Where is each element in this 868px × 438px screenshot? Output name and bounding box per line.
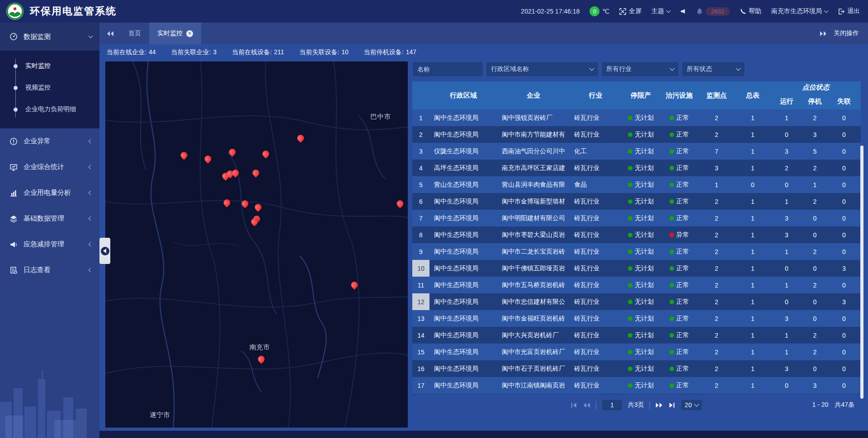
brand: 环保用电监管系统 <box>6 3 117 20</box>
region-filter-select[interactable]: 行政区域名称 <box>486 61 599 77</box>
table-row[interactable]: 17 阆中生态环境局 阆中市江南镇阆南页岩 砖瓦行业 无计划 正常 2 1 <box>412 377 861 394</box>
layers-icon <box>9 215 18 223</box>
table-body: 1 阆中生态环境局 阆中强锐页岩砖厂 砖瓦行业 无计划 正常 2 1 <box>412 109 861 394</box>
table-row[interactable]: 1 阆中生态环境局 阆中强锐页岩砖厂 砖瓦行业 无计划 正常 2 1 <box>412 109 861 126</box>
industry-filter-select[interactable]: 所有行业 <box>601 61 679 77</box>
cell-lost: 0 <box>827 126 861 143</box>
cell-lost: 0 <box>827 226 861 243</box>
stats-board-icon <box>9 163 18 171</box>
cell-facility: 正常 <box>660 260 698 277</box>
table-scrollbar[interactable] <box>860 146 863 399</box>
tab-realtime-monitoring[interactable]: 实时监控 <box>149 23 201 44</box>
sidebar-item-enterprise-abnormal[interactable]: 企业异常 <box>0 128 99 154</box>
close-operations-button[interactable]: 关闭操作 <box>834 29 859 38</box>
name-filter-field[interactable] <box>412 61 483 77</box>
cell-facility: 正常 <box>660 360 698 377</box>
phone-icon <box>740 8 746 14</box>
user-menu[interactable]: 南充市生态环境局 <box>771 7 828 15</box>
cell-facility: 正常 <box>660 143 698 160</box>
total-pages-label: 共3页 <box>628 401 644 409</box>
cell-company: 阆中市忠信建材有限公 <box>497 293 570 310</box>
cell-region: 营山生态环境局 <box>429 176 497 193</box>
name-filter-input[interactable] <box>417 66 478 73</box>
mute-button[interactable] <box>680 8 686 14</box>
table-row[interactable]: 8 阆中生态环境局 阆中市枣碧大梁山页岩 砖瓦行业 无计划 异常 2 1 <box>412 226 861 243</box>
status-dot <box>628 132 632 137</box>
status-dot <box>670 383 674 388</box>
top-header: 环保用电监管系统 2021-02-25 17:46:18 0 ℃ 全屏 主题 <box>0 0 868 23</box>
first-page-button[interactable] <box>571 402 577 408</box>
table-row[interactable]: 5 营山生态环境局 营山县润丰肉食品有限 食品 无计划 正常 1 0 <box>412 176 861 193</box>
cell-industry: 化工 <box>570 143 622 160</box>
table-row[interactable]: 6 阆中生态环境局 阆中市金博瑞新型墙材 砖瓦行业 无计划 正常 2 1 <box>412 193 861 210</box>
page-size-select[interactable]: 20 <box>681 399 703 411</box>
status-dot <box>670 266 674 271</box>
cell-meter: 1 <box>735 277 771 293</box>
last-page-button[interactable] <box>669 402 675 408</box>
table-row[interactable]: 18 南部生态环境局 南部县双化土陶有限公 建材加工 无计划 正常 6 0 <box>412 394 861 394</box>
notifications-button[interactable]: 2632 <box>696 7 730 16</box>
cell-facility: 正常 <box>660 394 698 394</box>
tab-home[interactable]: 首页 <box>120 23 149 44</box>
status-dot <box>670 183 674 187</box>
table-row[interactable]: 16 阆中生态环境局 阆中市石子页岩机砖厂 砖瓦行业 无计划 正常 2 1 <box>412 360 861 377</box>
close-tab-icon[interactable] <box>186 30 193 37</box>
table-row[interactable]: 2 阆中生态环境局 阆中市南方节能建材有 砖瓦行业 无计划 正常 2 1 <box>412 126 861 143</box>
cell-company: 阆中市江南镇阆南页岩 <box>497 377 570 394</box>
cell-company: 阆中市光富页岩机砖厂 <box>497 344 570 360</box>
cell-limit: 无计划 <box>622 260 660 277</box>
sidebar-item-base-data-management[interactable]: 基础数据管理 <box>0 206 99 231</box>
col-meter: 总表 <box>735 81 771 109</box>
cell-region: 阆中生态环境局 <box>429 193 497 210</box>
row-index: 15 <box>412 344 429 360</box>
cell-limit: 无计划 <box>622 226 660 243</box>
page-number-input[interactable]: 1 <box>602 399 623 411</box>
help-button[interactable]: 帮助 <box>740 7 761 15</box>
sidebar-item-emergency-reduction[interactable]: 应急减排管理 <box>0 231 99 257</box>
temperature-unit: ℃ <box>602 8 609 15</box>
table-row[interactable]: 7 阆中生态环境局 阆中明阳建材有限公司 砖瓦行业 无计划 正常 2 1 <box>412 210 861 226</box>
map-panel[interactable]: 巴中市 南充市 遂宁市 <box>105 61 408 428</box>
table-row[interactable]: 11 阆中生态环境局 阆中市五马桥页岩机砖 砖瓦行业 无计划 正常 2 1 <box>412 277 861 293</box>
chevron-left-icon <box>89 139 93 144</box>
next-page-button[interactable] <box>656 402 663 408</box>
table-row[interactable]: 4 高坪生态环境局 南充市高坪区王家店建 砖瓦行业 无计划 正常 3 1 <box>412 160 861 176</box>
col-industry: 行业 <box>570 81 622 109</box>
table-row[interactable]: 15 阆中生态环境局 阆中市光富页岩机砖厂 砖瓦行业 无计划 正常 2 1 <box>412 344 861 360</box>
fullscreen-button[interactable]: 全屏 <box>619 7 642 15</box>
logout-button[interactable]: 退出 <box>838 7 860 15</box>
table-row[interactable]: 14 阆中生态环境局 阆中大兴页岩机砖厂 砖瓦行业 无计划 正常 2 1 <box>412 327 861 344</box>
cell-region: 阆中生态环境局 <box>429 126 497 143</box>
table-row[interactable]: 9 阆中生态环境局 阆中市二龙长宝页岩砖 砖瓦行业 无计划 正常 2 1 <box>412 243 861 260</box>
row-index: 2 <box>412 126 429 143</box>
sidebar-item-power-load-detail[interactable]: 企业电力负荷明细 <box>0 99 99 120</box>
col-region: 行政区域 <box>429 81 497 109</box>
collapse-panel-handle[interactable] <box>99 238 110 264</box>
table-row[interactable]: 12 阆中生态环境局 阆中市忠信建材有限公 砖瓦行业 无计划 正常 2 1 <box>412 293 861 310</box>
sidebar-item-realtime-monitoring[interactable]: 实时监控 <box>0 55 99 77</box>
sidebar-item-video-monitoring[interactable]: 视频监控 <box>0 77 99 99</box>
sidebar-item-log-view[interactable]: 日志查看 <box>0 257 99 283</box>
pagination-summary: 1 - 20 共47条 <box>812 401 861 409</box>
cell-facility: 正常 <box>660 327 698 344</box>
tabs-scroll-left-button[interactable] <box>99 23 120 44</box>
theme-dropdown[interactable]: 主题 <box>651 7 670 15</box>
table-row[interactable]: 3 仪陇生态环境局 西南油气田分公司川中 化工 无计划 正常 7 1 <box>412 143 861 160</box>
cell-stop: 2 <box>802 344 827 360</box>
cell-company: 阆中市金博瑞新型墙材 <box>497 193 570 210</box>
sidebar-item-data-monitoring[interactable]: 数据监测 <box>0 23 99 51</box>
table-row[interactable]: 10 阆中生态环境局 阆中千佛镇五郎垭页岩 砖瓦行业 无计划 正常 2 1 <box>412 260 861 277</box>
sidebar-item-enterprise-statistics[interactable]: 企业综合统计 <box>0 154 99 180</box>
cell-facility: 正常 <box>660 377 698 394</box>
double-chevron-right-icon[interactable] <box>820 31 827 37</box>
status-dot <box>670 283 674 287</box>
cell-stop: 2 <box>802 327 827 344</box>
prev-page-button[interactable] <box>583 402 590 408</box>
notification-count-badge: 2632 <box>706 7 730 16</box>
sidebar-item-power-usage-analysis[interactable]: 企业用电量分析 <box>0 180 99 206</box>
cell-lost: 3 <box>827 293 861 310</box>
row-index: 5 <box>412 176 429 193</box>
status-filter-select[interactable]: 所有状态 <box>682 61 745 77</box>
table-row[interactable]: 13 阆中生态环境局 阆中市金福旺页岩机砖 砖瓦行业 无计划 正常 2 1 <box>412 310 861 327</box>
cell-meter: 1 <box>735 310 771 327</box>
